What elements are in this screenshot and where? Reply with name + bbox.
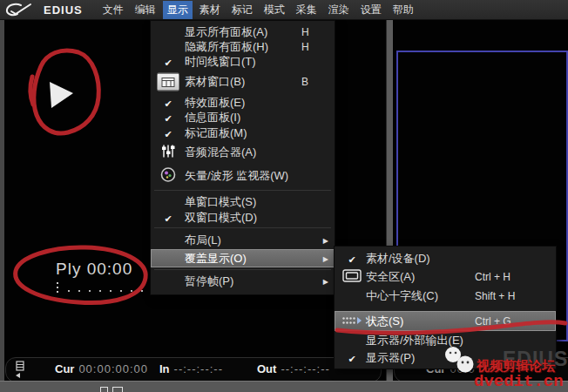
player-timecode-bar: Cur00:00:00:00 In--:--:--:-- Out--:--:--… xyxy=(5,357,382,382)
player-list-icon[interactable] xyxy=(14,361,26,378)
submenu-arrow-icon: ▶ xyxy=(323,236,328,244)
check-icon xyxy=(156,96,180,109)
menu-item-overlay-display[interactable]: 覆盖显示(O) ▶ xyxy=(151,249,335,267)
shuttle-ticks[interactable] xyxy=(54,282,150,294)
menu-item-single-window-mode[interactable]: 单窗口模式(S) xyxy=(152,194,334,209)
menu-item-vectorscope-monitor[interactable]: 矢量/波形 监视器(W) xyxy=(152,165,334,187)
grass-valley-logo-icon xyxy=(3,2,33,17)
menu-item-show-all-panels[interactable]: 显示所有面板(A) H xyxy=(152,24,334,39)
check-icon xyxy=(156,126,180,139)
check-icon xyxy=(340,252,364,265)
shuttle-tick-major xyxy=(57,282,58,294)
submenu-item-source-device[interactable]: 素材/设备(D) xyxy=(335,251,555,266)
submenu-arrow-icon: ▶ xyxy=(323,277,328,285)
menubar-item-capture[interactable]: 采集 xyxy=(292,1,321,19)
app-brand: EDIUS xyxy=(44,3,83,17)
shuttle-tick-minor xyxy=(68,290,150,292)
bin-window-icon xyxy=(157,73,179,91)
menubar-item-render[interactable]: 渲染 xyxy=(324,1,354,19)
forum-logo-icon xyxy=(441,345,477,375)
submenu-item-center-crosshair[interactable]: 中心十字线(C) Shift + H xyxy=(335,288,555,303)
check-icon xyxy=(156,55,180,68)
menu-item-effect-palette[interactable]: 特效面板(E) xyxy=(152,95,334,110)
play-triangle-icon xyxy=(44,77,78,113)
menu-item-timeline-window[interactable]: 时间线窗口(T) xyxy=(152,54,334,69)
submenu-arrow-icon: ▶ xyxy=(323,254,328,262)
check-icon xyxy=(156,111,180,124)
forum-site-watermark: dvedit.cn xyxy=(474,372,564,391)
edius-application-window: Ply 00:00 Cur00:00:00:00 In--:--:--:-- O… xyxy=(0,0,568,392)
menubar-item-view[interactable]: 显示 xyxy=(163,1,193,19)
menu-separator xyxy=(154,269,331,270)
menubar-item-mode[interactable]: 模式 xyxy=(260,1,289,19)
mark-icon[interactable] xyxy=(100,387,108,392)
menu-item-bin-window[interactable]: 素材窗口(B) B xyxy=(152,71,334,93)
menubar-item-settings[interactable]: 设置 xyxy=(356,1,386,19)
menu-item-dual-window-mode[interactable]: 双窗口模式(D) xyxy=(152,210,334,225)
menu-item-layout[interactable]: 布局(L) ▶ xyxy=(152,232,334,248)
menu-item-audio-mixer[interactable]: 音频混合器(A) xyxy=(152,142,334,163)
menu-item-marker-palette[interactable]: 标记面板(M) xyxy=(152,125,334,140)
cur-timecode[interactable]: Cur00:00:00:00 xyxy=(55,362,148,375)
menubar-item-help[interactable]: 帮助 xyxy=(389,1,418,19)
menu-separator xyxy=(154,227,331,228)
player-status-osd: Ply 00:00 xyxy=(56,260,132,279)
menu-separator xyxy=(154,190,331,191)
menu-item-hide-all-panels[interactable]: 隐藏所有面板(H) H xyxy=(152,39,334,54)
submenu-item-safe-area[interactable]: 安全区(A) Ctrl + H xyxy=(335,267,555,287)
menu-item-info-palette[interactable]: 信息面板(I) xyxy=(152,110,334,125)
check-icon xyxy=(340,351,364,364)
safe-area-icon xyxy=(340,269,364,285)
out-timecode[interactable]: Out--:--:--:-- xyxy=(257,362,330,375)
check-icon xyxy=(156,211,180,224)
view-menu-dropdown: 显示所有面板(A) H 隐藏所有面板(H) H 时间线窗口(T) 素材窗口(B)… xyxy=(150,20,335,295)
submenu-item-status[interactable]: 状态(S) Ctrl + G xyxy=(335,311,556,331)
menubar-item-marker[interactable]: 标记 xyxy=(227,1,257,19)
menubar-item-file[interactable]: 文件 xyxy=(98,1,128,19)
menu-item-pause-frame[interactable]: 暂停帧(P) ▶ xyxy=(152,273,334,289)
in-timecode[interactable]: In--:--:--:-- xyxy=(159,362,223,375)
status-icon xyxy=(340,314,364,328)
frame-icon[interactable] xyxy=(112,387,123,392)
menubar-item-clip[interactable]: 素材 xyxy=(195,1,225,19)
audio-mixer-icon xyxy=(156,145,180,161)
menu-bar: EDIUS 文件 编辑 显示 素材 标记 模式 采集 渲染 设置 帮助 xyxy=(0,0,568,20)
menubar-item-edit[interactable]: 编辑 xyxy=(131,1,160,19)
vectorscope-icon xyxy=(156,167,180,186)
